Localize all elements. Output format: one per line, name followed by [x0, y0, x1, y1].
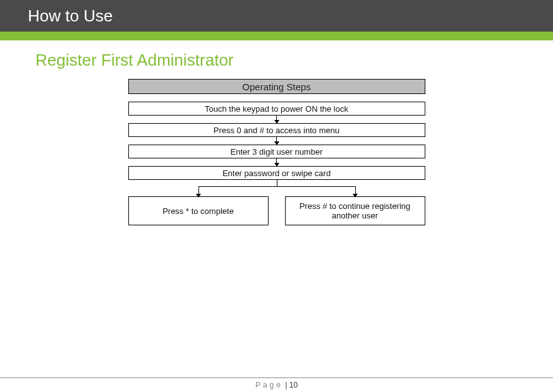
page-footer: Page | 10	[0, 377, 553, 392]
flow-branch-row: Press * to complete Press # to continue …	[128, 196, 425, 225]
accent-bar	[0, 32, 553, 40]
flow-branch-left: Press * to complete	[128, 196, 269, 225]
diagram-header: Operating Steps	[128, 79, 425, 94]
footer-sep: |	[283, 381, 289, 389]
flow-step: Touch the keypad to power ON the lock	[128, 102, 425, 116]
flow-step: Enter 3 digit user number	[128, 145, 425, 158]
footer-text: Page | 10	[0, 378, 553, 392]
section-title: Register First Administrator	[35, 50, 553, 70]
arrow-down-icon	[128, 137, 425, 145]
page-root: How to Use Register First Administrator …	[0, 0, 553, 392]
flow-branch-connector	[128, 180, 425, 196]
page-title: How to Use	[28, 6, 112, 26]
top-bar: How to Use	[0, 0, 553, 32]
footer-page-number: 10	[289, 381, 298, 389]
footer-label: Page	[255, 381, 283, 389]
arrow-down-icon	[128, 158, 425, 166]
flow-step: Press 0 and # to access into menu	[128, 123, 425, 137]
arrow-down-icon	[128, 116, 425, 123]
flow-branch-right: Press # to continue registering another …	[285, 196, 425, 225]
flow-diagram: Operating Steps Touch the keypad to powe…	[128, 79, 425, 225]
flow-step: Enter password or swipe card	[128, 166, 425, 180]
